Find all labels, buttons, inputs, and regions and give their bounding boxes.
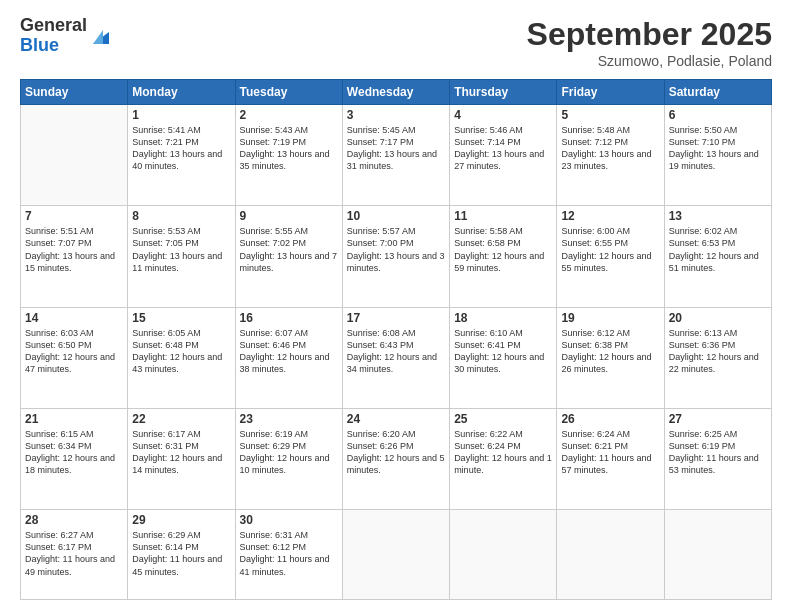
cell-info: Sunrise: 5:58 AMSunset: 6:58 PMDaylight:… — [454, 225, 552, 274]
week-row-1: 1Sunrise: 5:41 AMSunset: 7:21 PMDaylight… — [21, 105, 772, 206]
day-number: 4 — [454, 108, 552, 122]
cell-2-2: 8Sunrise: 5:53 AMSunset: 7:05 PMDaylight… — [128, 206, 235, 307]
header: General Blue September 2025 Szumowo, Pod… — [20, 16, 772, 69]
cell-1-6: 5Sunrise: 5:48 AMSunset: 7:12 PMDaylight… — [557, 105, 664, 206]
cell-info: Sunrise: 6:20 AMSunset: 6:26 PMDaylight:… — [347, 428, 445, 477]
day-number: 1 — [132, 108, 230, 122]
day-number: 8 — [132, 209, 230, 223]
cell-info: Sunrise: 5:57 AMSunset: 7:00 PMDaylight:… — [347, 225, 445, 274]
cell-3-1: 14Sunrise: 6:03 AMSunset: 6:50 PMDayligh… — [21, 307, 128, 408]
cell-info: Sunrise: 6:22 AMSunset: 6:24 PMDaylight:… — [454, 428, 552, 477]
calendar: Sunday Monday Tuesday Wednesday Thursday… — [20, 79, 772, 600]
cell-3-7: 20Sunrise: 6:13 AMSunset: 6:36 PMDayligh… — [664, 307, 771, 408]
day-number: 27 — [669, 412, 767, 426]
cell-info: Sunrise: 5:41 AMSunset: 7:21 PMDaylight:… — [132, 124, 230, 173]
cell-info: Sunrise: 6:03 AMSunset: 6:50 PMDaylight:… — [25, 327, 123, 376]
cell-info: Sunrise: 6:13 AMSunset: 6:36 PMDaylight:… — [669, 327, 767, 376]
cell-1-1 — [21, 105, 128, 206]
week-row-5: 28Sunrise: 6:27 AMSunset: 6:17 PMDayligh… — [21, 510, 772, 600]
header-sunday: Sunday — [21, 80, 128, 105]
week-row-3: 14Sunrise: 6:03 AMSunset: 6:50 PMDayligh… — [21, 307, 772, 408]
cell-4-4: 24Sunrise: 6:20 AMSunset: 6:26 PMDayligh… — [342, 408, 449, 509]
cell-1-5: 4Sunrise: 5:46 AMSunset: 7:14 PMDaylight… — [450, 105, 557, 206]
cell-3-6: 19Sunrise: 6:12 AMSunset: 6:38 PMDayligh… — [557, 307, 664, 408]
day-number: 12 — [561, 209, 659, 223]
cell-info: Sunrise: 5:51 AMSunset: 7:07 PMDaylight:… — [25, 225, 123, 274]
day-number: 11 — [454, 209, 552, 223]
cell-info: Sunrise: 6:02 AMSunset: 6:53 PMDaylight:… — [669, 225, 767, 274]
day-number: 7 — [25, 209, 123, 223]
cell-info: Sunrise: 5:43 AMSunset: 7:19 PMDaylight:… — [240, 124, 338, 173]
day-number: 28 — [25, 513, 123, 527]
day-number: 22 — [132, 412, 230, 426]
day-number: 21 — [25, 412, 123, 426]
cell-info: Sunrise: 6:19 AMSunset: 6:29 PMDaylight:… — [240, 428, 338, 477]
day-number: 25 — [454, 412, 552, 426]
cell-2-4: 10Sunrise: 5:57 AMSunset: 7:00 PMDayligh… — [342, 206, 449, 307]
cell-info: Sunrise: 6:00 AMSunset: 6:55 PMDaylight:… — [561, 225, 659, 274]
location: Szumowo, Podlasie, Poland — [527, 53, 772, 69]
cell-5-3: 30Sunrise: 6:31 AMSunset: 6:12 PMDayligh… — [235, 510, 342, 600]
header-thursday: Thursday — [450, 80, 557, 105]
day-number: 3 — [347, 108, 445, 122]
week-row-4: 21Sunrise: 6:15 AMSunset: 6:34 PMDayligh… — [21, 408, 772, 509]
cell-1-4: 3Sunrise: 5:45 AMSunset: 7:17 PMDaylight… — [342, 105, 449, 206]
weekday-header-row: Sunday Monday Tuesday Wednesday Thursday… — [21, 80, 772, 105]
cell-5-1: 28Sunrise: 6:27 AMSunset: 6:17 PMDayligh… — [21, 510, 128, 600]
logo-general-text: General — [20, 16, 87, 36]
cell-2-7: 13Sunrise: 6:02 AMSunset: 6:53 PMDayligh… — [664, 206, 771, 307]
cell-3-2: 15Sunrise: 6:05 AMSunset: 6:48 PMDayligh… — [128, 307, 235, 408]
cell-info: Sunrise: 5:55 AMSunset: 7:02 PMDaylight:… — [240, 225, 338, 274]
cell-info: Sunrise: 6:24 AMSunset: 6:21 PMDaylight:… — [561, 428, 659, 477]
cell-3-4: 17Sunrise: 6:08 AMSunset: 6:43 PMDayligh… — [342, 307, 449, 408]
cell-5-4 — [342, 510, 449, 600]
cell-info: Sunrise: 6:17 AMSunset: 6:31 PMDaylight:… — [132, 428, 230, 477]
day-number: 19 — [561, 311, 659, 325]
cell-3-5: 18Sunrise: 6:10 AMSunset: 6:41 PMDayligh… — [450, 307, 557, 408]
cell-4-3: 23Sunrise: 6:19 AMSunset: 6:29 PMDayligh… — [235, 408, 342, 509]
day-number: 26 — [561, 412, 659, 426]
header-saturday: Saturday — [664, 80, 771, 105]
cell-2-5: 11Sunrise: 5:58 AMSunset: 6:58 PMDayligh… — [450, 206, 557, 307]
cell-info: Sunrise: 6:15 AMSunset: 6:34 PMDaylight:… — [25, 428, 123, 477]
cell-4-2: 22Sunrise: 6:17 AMSunset: 6:31 PMDayligh… — [128, 408, 235, 509]
cell-info: Sunrise: 5:50 AMSunset: 7:10 PMDaylight:… — [669, 124, 767, 173]
cell-4-7: 27Sunrise: 6:25 AMSunset: 6:19 PMDayligh… — [664, 408, 771, 509]
cell-info: Sunrise: 5:48 AMSunset: 7:12 PMDaylight:… — [561, 124, 659, 173]
day-number: 23 — [240, 412, 338, 426]
cell-1-2: 1Sunrise: 5:41 AMSunset: 7:21 PMDaylight… — [128, 105, 235, 206]
cell-2-6: 12Sunrise: 6:00 AMSunset: 6:55 PMDayligh… — [557, 206, 664, 307]
day-number: 18 — [454, 311, 552, 325]
day-number: 30 — [240, 513, 338, 527]
cell-1-7: 6Sunrise: 5:50 AMSunset: 7:10 PMDaylight… — [664, 105, 771, 206]
month-title: September 2025 — [527, 16, 772, 53]
svg-marker-1 — [93, 30, 103, 44]
cell-info: Sunrise: 5:46 AMSunset: 7:14 PMDaylight:… — [454, 124, 552, 173]
cell-info: Sunrise: 6:27 AMSunset: 6:17 PMDaylight:… — [25, 529, 123, 578]
cell-info: Sunrise: 6:07 AMSunset: 6:46 PMDaylight:… — [240, 327, 338, 376]
cell-2-1: 7Sunrise: 5:51 AMSunset: 7:07 PMDaylight… — [21, 206, 128, 307]
cell-5-7 — [664, 510, 771, 600]
cell-info: Sunrise: 6:31 AMSunset: 6:12 PMDaylight:… — [240, 529, 338, 578]
cell-4-6: 26Sunrise: 6:24 AMSunset: 6:21 PMDayligh… — [557, 408, 664, 509]
day-number: 5 — [561, 108, 659, 122]
cell-info: Sunrise: 6:08 AMSunset: 6:43 PMDaylight:… — [347, 327, 445, 376]
cell-5-6 — [557, 510, 664, 600]
day-number: 17 — [347, 311, 445, 325]
day-number: 15 — [132, 311, 230, 325]
cell-info: Sunrise: 6:10 AMSunset: 6:41 PMDaylight:… — [454, 327, 552, 376]
cell-4-5: 25Sunrise: 6:22 AMSunset: 6:24 PMDayligh… — [450, 408, 557, 509]
cell-info: Sunrise: 6:29 AMSunset: 6:14 PMDaylight:… — [132, 529, 230, 578]
day-number: 24 — [347, 412, 445, 426]
title-block: September 2025 Szumowo, Podlasie, Poland — [527, 16, 772, 69]
day-number: 16 — [240, 311, 338, 325]
day-number: 9 — [240, 209, 338, 223]
week-row-2: 7Sunrise: 5:51 AMSunset: 7:07 PMDaylight… — [21, 206, 772, 307]
day-number: 14 — [25, 311, 123, 325]
day-number: 20 — [669, 311, 767, 325]
header-wednesday: Wednesday — [342, 80, 449, 105]
day-number: 6 — [669, 108, 767, 122]
header-monday: Monday — [128, 80, 235, 105]
cell-5-5 — [450, 510, 557, 600]
cell-info: Sunrise: 6:12 AMSunset: 6:38 PMDaylight:… — [561, 327, 659, 376]
